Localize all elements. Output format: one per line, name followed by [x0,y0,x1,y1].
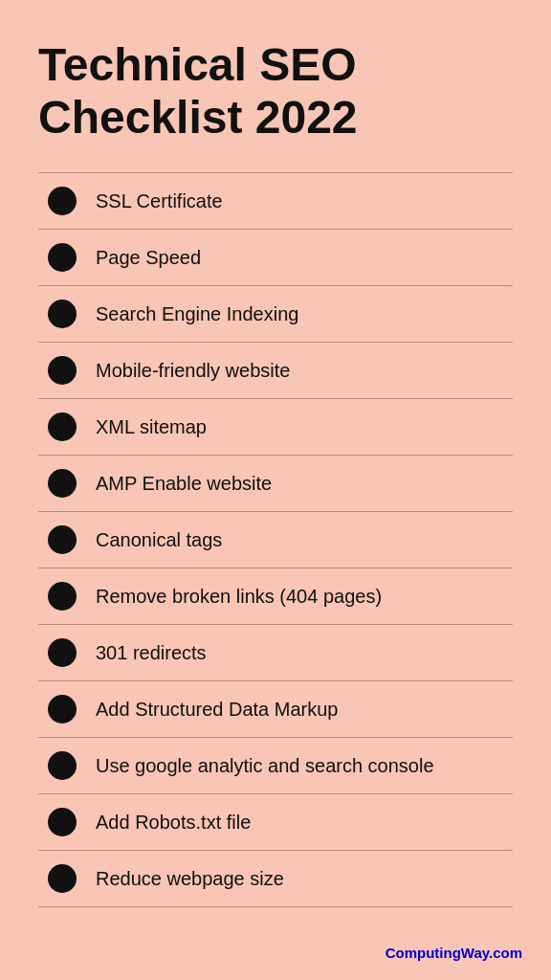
list-item: Use google analytic and search console [38,738,513,794]
list-item: 301 redirects [38,625,513,681]
title-line2: Checklist 2022 [38,92,358,143]
list-item: Search Engine Indexing [38,286,513,343]
bullet-icon [48,751,77,780]
item-label: Page Speed [96,247,201,269]
list-item: Page Speed [38,230,513,286]
checklist: SSL CertificatePage SpeedSearch Engine I… [38,173,513,907]
main-container: Technical SEO Checklist 2022 SSL Certifi… [0,0,551,965]
item-label: AMP Enable website [96,473,272,495]
list-item: Mobile-friendly website [38,343,513,399]
item-label: XML sitemap [96,416,207,438]
item-label: Add Robots.txt file [96,812,251,834]
item-label: Search Engine Indexing [96,303,298,325]
item-label: 301 redirects [96,642,207,664]
bullet-icon [48,582,77,611]
bullet-icon [48,243,77,272]
item-label: Add Structured Data Markup [96,699,338,721]
bullet-icon [48,300,77,328]
bullet-icon [48,695,77,724]
bullet-icon [48,356,77,385]
bullet-icon [48,469,77,498]
item-label: Remove broken links (404 pages) [96,586,382,608]
list-item: Add Structured Data Markup [38,681,513,738]
bullet-icon [48,808,77,836]
item-label: Use google analytic and search console [96,755,434,777]
list-item: Add Robots.txt file [38,794,513,851]
list-item: SSL Certificate [38,173,513,230]
bullet-icon [48,638,77,667]
bullet-icon [48,525,77,554]
list-item: Canonical tags [38,512,513,568]
item-label: Canonical tags [96,529,222,551]
title-line1: Technical SEO [38,39,357,90]
list-item: Remove broken links (404 pages) [38,568,513,625]
item-label: Mobile-friendly website [96,360,290,382]
item-label: Reduce webpage size [96,868,284,890]
bullet-icon [48,187,77,215]
footer-brand: ComputingWay.com [386,945,522,961]
item-label: SSL Certificate [96,190,223,212]
bullet-icon [48,412,77,441]
list-item: XML sitemap [38,399,513,456]
list-item: Reduce webpage size [38,851,513,907]
page-title: Technical SEO Checklist 2022 [38,38,513,144]
list-item: AMP Enable website [38,456,513,512]
bullet-icon [48,864,77,893]
